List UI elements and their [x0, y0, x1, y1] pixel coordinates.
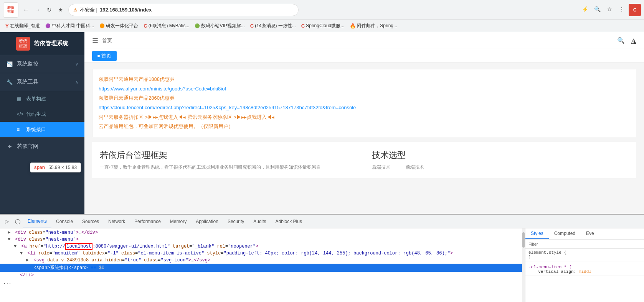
devtools-inspect-icon[interactable]: ▷ — [2, 216, 12, 227]
active-page-tab[interactable]: 首页 — [92, 51, 117, 61]
tab-security[interactable]: Security — [223, 215, 249, 228]
dom-line-5[interactable]: ► <svg data-v-248913c8 aria-hidden="true… — [0, 257, 522, 264]
devtools-styles-panel: Styles Computed Eve element.style { } — [525, 228, 644, 302]
monitor-arrow: ∨ — [75, 62, 78, 67]
tools-arrow: ∧ — [75, 80, 78, 85]
tab-bar: 首页 — [84, 49, 644, 63]
address-bar[interactable]: ⚠ 不安全 | 192.168.159.105/index — [68, 4, 299, 16]
tab-adblock[interactable]: Adblock Plus — [271, 215, 307, 228]
chrome-menu-button[interactable]: C — [629, 4, 641, 16]
style-selector-element: element.style { — [528, 250, 566, 255]
address-value: 192.168.159.105/index — [100, 7, 152, 13]
sidebar-subitem-form[interactable]: ▦ 表单构建 — [0, 91, 84, 107]
tooltip-size: 55.99 × 15.83 — [48, 165, 77, 170]
search-button[interactable]: 🔍 — [592, 4, 603, 15]
website-icon: ✈ — [6, 144, 13, 149]
bookmark-springcloud[interactable]: C SpringCloud微服... — [299, 21, 347, 30]
bookmark-yizhi-icon: C — [250, 23, 254, 29]
tab-elements[interactable]: Elements — [23, 215, 51, 228]
styles-filter-input[interactable] — [528, 242, 641, 246]
sidebar-item-monitor[interactable]: 📉 系统监控 ∨ — [0, 55, 84, 73]
address-text: 不安全 | — [80, 7, 97, 13]
sidebar-item-tools[interactable]: 🔧 系统工具 ∧ — [0, 73, 84, 91]
tab-memory[interactable]: Memory — [165, 215, 191, 228]
hamburger-icon[interactable]: ☰ — [92, 36, 98, 45]
framework-desc: 一直框架，数千企业管理系统，看了很多代码的工源员利用业务时间研究积累的，且利用架… — [100, 164, 357, 171]
promo-ali-link[interactable]: https://www.aliyun.com/minisite/goods?us… — [99, 86, 226, 92]
search-icon[interactable]: 🔍 — [617, 37, 625, 44]
style-selector-elmenuitem: .el-menu-item * { — [528, 265, 571, 269]
promo-discount-text: 阿里云服务器折扣区 >▶▸▸点我进入◀◂ 腾讯云服务器秒杀区 >▶▸▸点我进入◀… — [99, 114, 274, 120]
promo-ali-text[interactable]: 领取阿里云通用云产品1888优惠券 — [99, 76, 175, 82]
sidebar-subitem-api[interactable]: ≡ 系统接口 — [0, 122, 84, 137]
browser-chrome: 若依框架 ← → ↻ ★ ⚠ 不安全 | 192.168.159.105/ind… — [0, 0, 644, 20]
bookmark-zhongke[interactable]: 🟣 中科人才网-中国科... — [43, 21, 96, 30]
api-icon: ≡ — [17, 127, 23, 132]
arrow-1: ► — [8, 230, 12, 235]
styles-content: element.style { } .el-menu-item * { vert… — [525, 249, 644, 302]
home-button[interactable]: ★ — [55, 5, 66, 15]
bookmarks-bar: Y 在线翻译_有道 🟣 中科人才网-中国科... 🟠 研发一体化平台 C (6条… — [0, 20, 644, 32]
bookmark-yizhi[interactable]: C (14条消息) 一致性... — [248, 21, 298, 30]
form-icon: ▦ — [17, 96, 23, 102]
sidebar-subitem-codegen[interactable]: </> 代码生成 — [0, 107, 84, 122]
monitor-icon: 📉 — [6, 61, 13, 67]
promo-tencent-text[interactable]: 领取腾讯云通用云产品2860优惠券 — [99, 95, 175, 101]
tab-network[interactable]: Network — [104, 215, 130, 228]
framework-right: 技术选型 后端技术 前端技术 — [372, 149, 629, 171]
star-button[interactable]: ☆ — [604, 4, 615, 15]
nav-buttons: ← → ↻ ★ — [21, 5, 66, 15]
dom-line-7[interactable]: </li> — [0, 272, 522, 279]
tag-1: <div — [15, 230, 29, 235]
more-button[interactable]: ⋮ — [616, 4, 627, 15]
tab-audits[interactable]: Audits — [249, 215, 271, 228]
breadcrumb: 首页 — [102, 37, 112, 44]
promo-section: 领取阿里云通用云产品1888优惠券 https://www.aliyun.com… — [92, 69, 636, 137]
dom-line-2[interactable]: ▼ <div class="nest-menu"> — [0, 236, 522, 243]
arrow-6 — [26, 265, 31, 271]
style-rule-elmenuitem: .el-menu-item * { vertical-align: middl — [525, 263, 644, 276]
promo-tencent-link[interactable]: https://cloud.tencent.com/redirect.php?r… — [99, 105, 356, 110]
bookmark-fujian-icon: 🔥 — [350, 23, 356, 29]
back-button[interactable]: ← — [21, 5, 31, 15]
bookmark-springcloud-icon: C — [301, 23, 305, 29]
codegen-icon: </> — [17, 112, 23, 117]
dom-line-1[interactable]: ► <div class="nest-menu">…</div> — [0, 229, 522, 236]
tab-computed[interactable]: Computed — [549, 228, 581, 239]
tab-styles[interactable]: Styles — [525, 228, 549, 239]
tab-console[interactable]: Console — [51, 215, 78, 228]
dom-line-3[interactable]: ▼ <a href="http://localhost:8080/swagger… — [0, 243, 522, 250]
sidebar-item-website[interactable]: ✈ 若依官网 — [0, 137, 84, 155]
backend-label: 后端技术 — [372, 164, 390, 171]
bookmark-mybatis[interactable]: C (6条消息) MyBatis... — [141, 21, 192, 30]
bookmark-zhongke-icon: 🟣 — [45, 23, 51, 28]
tab-application[interactable]: Application — [191, 215, 223, 228]
devtools-scrollbar[interactable] — [522, 228, 525, 302]
bookmark-youdao[interactable]: Y 在线翻译_有道 — [3, 21, 42, 30]
style-rule-element: element.style { } — [525, 249, 644, 261]
styles-filter-row — [525, 240, 644, 249]
reload-button[interactable]: ↻ — [44, 5, 54, 15]
tab-label: 首页 — [101, 53, 111, 59]
browser-logo: 若依框架 — [3, 2, 18, 18]
bookmark-fujian[interactable]: 🔥 附件邮件，Spring... — [347, 21, 400, 30]
forward-button[interactable]: → — [32, 5, 43, 15]
devtools-mobile-icon[interactable]: ◯ — [12, 216, 23, 227]
scrollbar-thumb[interactable] — [522, 232, 525, 248]
website-label: 若依官网 — [17, 143, 38, 150]
dom-line-6-selected[interactable]: <span>系统接口</span> == $0 — [0, 264, 522, 272]
devtools-tabs: ▷ ◯ Elements Console Sources Network Per… — [0, 215, 644, 228]
tab-performance[interactable]: Performance — [130, 215, 165, 228]
security-icon: ⚠ — [73, 7, 78, 13]
lightning-button[interactable]: ⚡ — [580, 4, 590, 15]
dom-line-4[interactable]: ▼ <li role="menuitem" tabindex="-1" clas… — [0, 250, 522, 257]
tools-icon: 🔧 — [6, 79, 13, 85]
arrow-5: ► — [26, 258, 31, 263]
tab-event[interactable]: Eve — [581, 228, 599, 239]
github-icon[interactable]: ◮ — [631, 36, 636, 45]
arrow-4: ▼ — [20, 251, 25, 256]
devtools-dom: ► <div class="nest-menu">…</div> ▼ <div … — [0, 228, 522, 302]
bookmark-yanfa[interactable]: 🟠 研发一体化平台 — [97, 21, 140, 30]
tab-sources[interactable]: Sources — [78, 215, 104, 228]
bookmark-shuma[interactable]: 🟢 数码小站VIP视频解... — [192, 21, 247, 30]
